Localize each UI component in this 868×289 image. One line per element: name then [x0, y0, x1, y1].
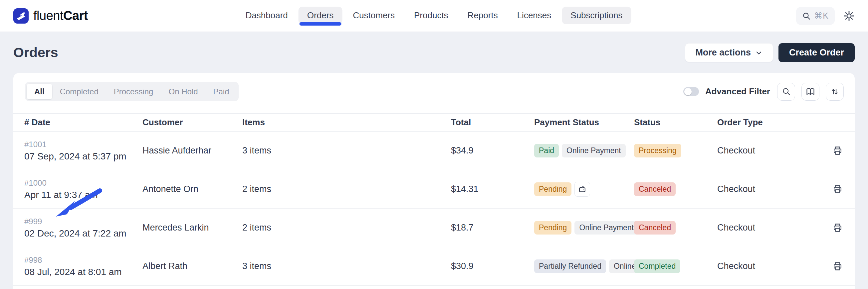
advanced-filter-toggle[interactable] [683, 87, 699, 96]
nav-item-orders[interactable]: Orders [299, 7, 342, 24]
table-body: #100107 Sep, 2024 at 5:37 pmHassie Aufde… [13, 132, 855, 286]
status-cell: Processing [634, 144, 717, 157]
badge-online-payment: Online Payment [562, 144, 626, 157]
nav-item-dashboard[interactable]: Dashboard [237, 7, 297, 24]
global-search-button[interactable]: ⌘K [796, 7, 835, 25]
order-date-cell: #100107 Sep, 2024 at 5:37 pm [24, 140, 143, 162]
order-number[interactable]: #1000 [24, 178, 143, 188]
items-count: 2 items [242, 184, 451, 194]
nav-item-customers[interactable]: Customers [344, 7, 403, 24]
order-total: $30.9 [451, 261, 534, 272]
row-actions-cell [830, 145, 845, 156]
payment-status-cell: Partially RefundedOnline [534, 259, 634, 273]
printer-icon[interactable] [832, 145, 843, 156]
order-type: Checkout [717, 184, 830, 194]
column-header-status: Status [634, 117, 717, 128]
order-date: 02 Dec, 2024 at 7:22 am [24, 228, 143, 239]
filter-tab-processing[interactable]: Processing [106, 84, 161, 99]
docs-button[interactable] [801, 83, 819, 101]
advanced-filter-label: Advanced Filter [705, 86, 770, 97]
order-date: 07 Sep, 2024 at 5:37 pm [24, 151, 143, 162]
customer-name: Mercedes Larkin [143, 223, 242, 233]
badge-canceled: Canceled [634, 182, 676, 196]
page-title: Orders [13, 45, 58, 61]
sort-button[interactable] [826, 83, 844, 101]
search-icon [802, 12, 811, 20]
create-order-button[interactable]: Create Order [778, 43, 855, 62]
table-row[interactable]: #99808 Jul, 2024 at 8:01 amAlbert Rath3 … [13, 247, 855, 286]
order-date-cell: #1000Apr 11 at 9:37 am [24, 178, 143, 200]
order-date-cell: #99902 Dec, 2024 at 7:22 am [24, 217, 143, 239]
filter-tab-completed[interactable]: Completed [52, 84, 106, 99]
status-cell: Canceled [634, 182, 717, 196]
table-row[interactable]: #100107 Sep, 2024 at 5:37 pmHassie Aufde… [13, 132, 855, 170]
nav-item-products[interactable]: Products [405, 7, 457, 24]
sort-arrows-icon [830, 87, 839, 96]
filter-tab-all[interactable]: All [27, 84, 52, 99]
order-total: $18.7 [451, 223, 534, 233]
top-navbar: fluentCart DashboardOrdersCustomersProdu… [0, 0, 868, 32]
brand-logo[interactable]: fluentCart [13, 8, 88, 24]
order-number[interactable]: #1001 [24, 140, 143, 149]
order-number[interactable]: #999 [24, 217, 143, 226]
theme-toggle-sun-icon[interactable] [843, 10, 855, 22]
column-header-total: Total [451, 117, 534, 128]
main-nav: DashboardOrdersCustomersProductsReportsL… [237, 7, 631, 24]
badge-paid: Paid [534, 144, 559, 157]
order-date: 08 Jul, 2024 at 8:01 am [24, 267, 143, 277]
column-header-order-type: Order Type [717, 117, 830, 128]
column-header-date: # Date [24, 117, 143, 128]
printer-icon[interactable] [832, 223, 843, 233]
row-actions-cell [830, 184, 845, 194]
order-type: Checkout [717, 223, 830, 233]
payment-status-cell: Pending [534, 182, 634, 197]
printer-icon[interactable] [832, 184, 843, 194]
order-number[interactable]: #998 [24, 255, 143, 265]
badge-canceled: Canceled [634, 221, 676, 234]
order-total: $34.9 [451, 145, 534, 156]
printer-icon[interactable] [832, 261, 843, 272]
items-count: 3 items [242, 261, 451, 272]
customer-name: Antonette Orn [143, 184, 242, 194]
badge-pending: Pending [534, 221, 571, 234]
badge-partially-refunded: Partially Refunded [534, 259, 606, 273]
filter-tab-paid[interactable]: Paid [206, 84, 237, 99]
badge-pending: Pending [534, 182, 571, 196]
book-icon [806, 87, 815, 96]
payment-status-cell: PendingOnline Payment [534, 221, 634, 234]
column-header-customer: Customer [143, 117, 242, 128]
order-date-cell: #99808 Jul, 2024 at 8:01 am [24, 255, 143, 277]
nav-item-licenses[interactable]: Licenses [508, 7, 560, 24]
items-count: 2 items [242, 223, 451, 233]
badge-processing: Processing [634, 144, 681, 157]
column-header-payment-status: Payment Status [534, 117, 634, 128]
order-date: Apr 11 at 9:37 am [24, 190, 143, 200]
column-header-items: Items [242, 117, 451, 128]
row-actions-cell [830, 223, 845, 233]
brand-name: fluentCart [33, 9, 88, 23]
payment-status-cell: PaidOnline Payment [534, 144, 634, 157]
order-type: Checkout [717, 261, 830, 272]
nav-item-reports[interactable]: Reports [459, 7, 506, 24]
row-actions-cell [830, 261, 845, 272]
more-actions-label: More actions [695, 47, 751, 58]
status-filter-tabs: AllCompletedProcessingOn HoldPaid [25, 82, 239, 101]
nav-item-subscriptions[interactable]: Subscriptions [562, 7, 631, 24]
table-header: # DateCustomerItemsTotalPayment StatusSt… [13, 113, 855, 132]
search-shortcut-label: ⌘K [814, 11, 829, 21]
badge-online-payment: Online Payment [575, 221, 638, 234]
table-search-button[interactable] [777, 83, 795, 101]
table-row[interactable]: #99902 Dec, 2024 at 7:22 amMercedes Lark… [13, 209, 855, 247]
status-cell: Completed [634, 259, 717, 273]
chevron-down-icon [755, 49, 763, 57]
badge-completed: Completed [634, 259, 680, 273]
status-cell: Canceled [634, 221, 717, 234]
logo-mark-icon [13, 8, 29, 24]
customer-name: Albert Rath [143, 261, 242, 272]
search-icon [782, 87, 791, 96]
items-count: 3 items [242, 145, 451, 156]
table-row[interactable]: #1000Apr 11 at 9:37 amAntonette Orn2 ite… [13, 170, 855, 209]
more-actions-button[interactable]: More actions [685, 43, 773, 62]
order-total: $14.31 [451, 184, 534, 194]
filter-tab-on-hold[interactable]: On Hold [161, 84, 205, 99]
